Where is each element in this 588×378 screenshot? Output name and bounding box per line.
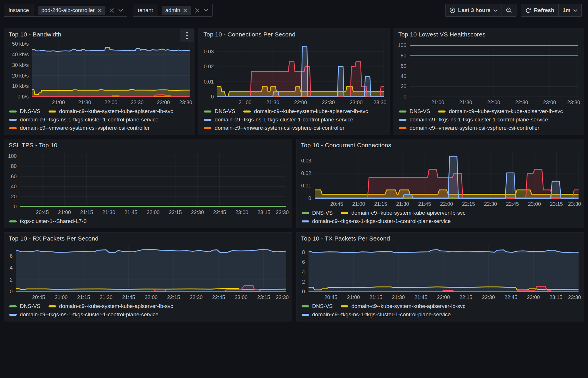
legend-item[interactable]: domain-c9--tkgs-ns-1-tkgs-cluster-1-cont… bbox=[302, 218, 451, 224]
y-tick-label: 6 bbox=[297, 259, 305, 265]
rx-packets-chart[interactable]: 024620:4521:0021:1521:3021:4522:0022:152… bbox=[5, 243, 290, 302]
legend-swatch bbox=[243, 111, 251, 113]
x-tick-label: 23:00 bbox=[235, 209, 248, 216]
legend-swatch bbox=[341, 305, 348, 307]
x-tick-label: 22:30 bbox=[322, 99, 335, 106]
chart-canvas[interactable] bbox=[5, 243, 290, 302]
bandwidth-chart[interactable]: 0 b/s10 kb/s20 kb/s30 kb/s40 kb/s50 kb/s… bbox=[5, 38, 192, 107]
y-tick-label: 10 kb/s bbox=[5, 83, 29, 90]
legend-item[interactable]: domain-c9--vmware-system-csi-vsphere-csi… bbox=[9, 125, 150, 131]
panel-header[interactable]: Top 10 - RX Packets Per Second bbox=[4, 232, 292, 243]
x-tick-label: 20:45 bbox=[32, 294, 45, 301]
panel-title: Top 10 - Bandwidth bbox=[9, 31, 61, 38]
legend-item[interactable]: domain-c9--vmware-system-csi-vsphere-csi… bbox=[399, 125, 539, 131]
x-tick-label: 22:00 bbox=[437, 294, 450, 301]
x-tick-label: 23:15 bbox=[550, 294, 562, 301]
panel-header[interactable]: Top 10 Lowest VS Healthscores bbox=[394, 28, 584, 38]
legend-item[interactable]: DNS-VS bbox=[204, 108, 235, 115]
legend-label: domain-c9--kube-system-kube-apiserver-lb… bbox=[351, 210, 465, 216]
filter-instance: instance pod-240-alb-controller bbox=[4, 4, 127, 17]
x-tick-label: 23:00 bbox=[157, 99, 170, 106]
legend-item[interactable]: domain-c9--tkgs-ns-1-tkgs-cluster-1-cont… bbox=[399, 117, 548, 123]
legend-item[interactable]: DNS-VS bbox=[302, 210, 333, 216]
refresh-button[interactable]: Refresh bbox=[521, 4, 559, 17]
tx-packets-chart[interactable]: 0246820:4521:0021:1521:3021:4522:0022:15… bbox=[297, 243, 582, 302]
legend-swatch bbox=[9, 111, 17, 113]
panel-header[interactable]: SSL TPS - Top 10 bbox=[4, 139, 292, 149]
connections-per-second-chart[interactable]: 00.010.020.0321:0021:3022:0022:3023:0023… bbox=[199, 38, 387, 107]
legend-item[interactable]: domain-c9--tkgs-ns-1-tkgs-cluster-1-cont… bbox=[9, 117, 159, 123]
legend-item[interactable]: DNS-VS bbox=[9, 303, 41, 309]
legend-item[interactable]: domain-c9--tkgs-ns-1-tkgs-cluster-1-cont… bbox=[204, 117, 353, 123]
chart-canvas[interactable] bbox=[199, 38, 387, 107]
panel-header[interactable]: Top 10 - Bandwidth bbox=[4, 28, 194, 38]
legend-item[interactable]: DNS-VS bbox=[9, 108, 41, 115]
y-tick-label: 40 bbox=[5, 183, 17, 190]
chart-canvas[interactable] bbox=[5, 149, 290, 217]
legend-item[interactable]: domain-c9--kube-system-kube-apiserver-lb… bbox=[243, 108, 368, 115]
y-tick-label: 2 bbox=[297, 278, 305, 285]
chart-canvas[interactable] bbox=[297, 149, 582, 209]
legend-item[interactable]: domain-c9--tkgs-ns-1-tkgs-cluster-1-cont… bbox=[9, 311, 159, 318]
legend-item[interactable]: DNS-VS bbox=[399, 108, 430, 115]
x-tick-label: 22:30 bbox=[131, 99, 144, 106]
x-tick-label: 23:15 bbox=[257, 209, 270, 216]
chevron-down-icon[interactable] bbox=[118, 9, 123, 12]
remove-value-icon[interactable] bbox=[98, 8, 102, 13]
x-tick-label: 21:00 bbox=[431, 99, 444, 106]
chart-legend: DNS-VSdomain-c9--kube-system-kube-apiser… bbox=[296, 209, 584, 228]
filter-instance-chip[interactable]: pod-240-alb-controller bbox=[38, 6, 105, 15]
clear-filter-icon[interactable] bbox=[195, 8, 200, 13]
x-tick-label: 23:00 bbox=[527, 294, 540, 301]
filter-instance-value[interactable]: pod-240-alb-controller bbox=[34, 4, 127, 17]
series-fill-tkgs bbox=[309, 250, 579, 292]
filter-tenant-value[interactable]: admin bbox=[158, 4, 213, 17]
panel-header[interactable]: Top 10 - Concurrent Connections bbox=[296, 139, 584, 149]
legend-item[interactable]: domain-c9--tkgs-ns-1-tkgs-cluster-1-cont… bbox=[302, 311, 451, 318]
legend-label: domain-c9--tkgs-ns-1-tkgs-cluster-1-cont… bbox=[312, 311, 451, 318]
chart-canvas[interactable] bbox=[394, 38, 582, 107]
filter-tenant-label: tenant bbox=[133, 4, 158, 17]
clear-filter-icon[interactable] bbox=[109, 8, 114, 13]
chart-canvas[interactable] bbox=[5, 38, 192, 107]
legend-item[interactable]: domain-c9--kube-system-kube-apiserver-lb… bbox=[341, 303, 465, 309]
y-tick-label: 2 bbox=[5, 276, 13, 283]
x-tick-label: 21:30 bbox=[78, 99, 91, 106]
legend-item[interactable]: domain-c9--kube-system-kube-apiserver-lb… bbox=[49, 303, 173, 309]
legend-label: domain-c9--vmware-system-csi-vsphere-csi… bbox=[410, 125, 539, 131]
y-tick-label: 0.03 bbox=[297, 157, 311, 164]
remove-value-icon[interactable] bbox=[183, 8, 187, 13]
filter-chip-text: admin bbox=[165, 7, 180, 13]
legend-item[interactable]: domain-c9--kube-system-kube-apiserver-lb… bbox=[49, 108, 173, 115]
x-tick-label: 23:30 bbox=[373, 99, 386, 106]
healthscores-chart[interactable]: 02040608010021:0021:3022:0022:3023:0023:… bbox=[394, 38, 582, 107]
legend-swatch bbox=[341, 212, 348, 214]
legend-item[interactable]: domain-c9--vmware-system-csi-vsphere-csi… bbox=[204, 125, 344, 131]
chevron-down-icon[interactable] bbox=[204, 9, 208, 12]
ssl-tps-chart[interactable]: 02040608010020:4521:0021:1521:3021:4522:… bbox=[5, 149, 290, 217]
panel-header[interactable]: Top 10 - Connections Per Second bbox=[199, 28, 389, 38]
legend-item[interactable]: DNS-VS bbox=[302, 303, 333, 309]
zoom-out-button[interactable] bbox=[502, 4, 516, 17]
time-range-picker[interactable]: Last 3 hours bbox=[445, 4, 502, 17]
x-tick-label: 22:30 bbox=[515, 99, 528, 106]
y-tick-label: 6 bbox=[5, 253, 13, 259]
concurrent-connections-chart[interactable]: 00.010.020.0320:4521:0021:1521:3021:4522… bbox=[297, 149, 582, 209]
legend-swatch bbox=[204, 111, 211, 113]
x-tick-label: 21:15 bbox=[374, 201, 387, 208]
x-tick-label: 22:00 bbox=[294, 99, 307, 106]
x-tick-label: 22:45 bbox=[212, 294, 225, 301]
panel-concurrent-connections: Top 10 - Concurrent Connections 00.010.0… bbox=[296, 139, 585, 228]
legend-item[interactable]: domain-c9--kube-system-kube-apiserver-lb… bbox=[438, 108, 563, 115]
y-tick-label: 40 bbox=[394, 73, 406, 80]
chart-canvas[interactable] bbox=[297, 243, 582, 302]
filter-tenant-chip[interactable]: admin bbox=[162, 6, 191, 15]
dashboard-row-1: Top 10 - Bandwidth 0 b/s10 kb/s20 kb/s30… bbox=[4, 28, 584, 135]
legend-label: domain-c9--kube-system-kube-apiserver-lb… bbox=[254, 108, 368, 115]
legend-item[interactable]: domain-c9--kube-system-kube-apiserver-lb… bbox=[341, 210, 465, 216]
panel-header[interactable]: Top 10 - TX Packets Per Second bbox=[296, 232, 584, 243]
legend-label: tkgs-cluster-1--Shared-L7-0 bbox=[20, 218, 86, 224]
refresh-interval-dropdown[interactable]: 1m bbox=[559, 4, 582, 17]
legend-swatch bbox=[9, 220, 17, 222]
legend-item[interactable]: tkgs-cluster-1--Shared-L7-0 bbox=[9, 218, 86, 224]
